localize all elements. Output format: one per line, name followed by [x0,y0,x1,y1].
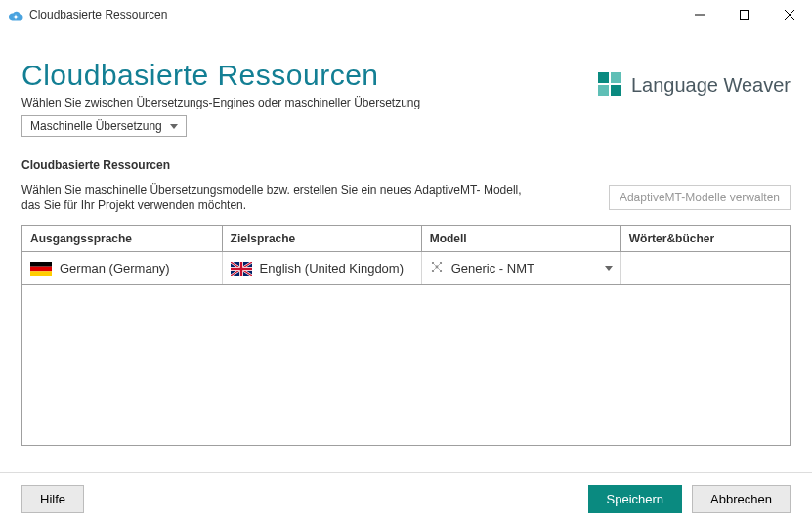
minimize-button[interactable] [677,0,722,29]
svg-rect-7 [30,267,52,272]
section-description: Wählen Sie maschinelle Übersetzungsmodel… [21,182,530,213]
brand: Language Weaver [596,70,791,101]
flag-uk-icon [231,262,252,276]
footer-actions: Speichern Abbrechen [588,485,791,513]
brand-logo-icon [596,70,623,101]
svg-rect-3 [611,72,621,83]
titlebar: Cloudbasierte Ressourcen [0,0,812,29]
window-controls [677,0,812,29]
target-lang-text: English (United Kingdom) [260,261,404,276]
resource-type-selector[interactable]: Maschinelle Übersetzung [21,115,187,137]
maximize-button[interactable] [722,0,767,29]
window-title: Cloudbasierte Ressourcen [29,8,167,22]
cell-model[interactable]: Generic - NMT [421,252,620,285]
header-left: Cloudbasierte Ressourcen Wählen Sie zwis… [21,41,420,137]
svg-rect-13 [231,268,252,270]
flag-germany-icon [30,262,52,276]
cancel-button[interactable]: Abbrechen [692,485,791,513]
footer: Hilfe Speichern Abbrechen [0,472,812,525]
cell-target: English (United Kingdom) [222,252,421,285]
svg-rect-8 [30,271,52,276]
header-dictionaries: Wörter&bücher [620,226,790,252]
chevron-down-icon [170,124,178,129]
source-lang-text: German (Germany) [60,261,170,276]
page-title: Cloudbasierte Ressourcen [21,59,420,92]
description-row: Wählen Sie maschinelle Übersetzungsmodel… [21,182,791,213]
svg-rect-5 [611,85,621,96]
cell-source: German (Germany) [22,252,222,285]
header-model: Modell [421,226,620,252]
header-target: Zielsprache [222,226,421,252]
svg-rect-6 [30,262,52,267]
model-text: Generic - NMT [451,261,534,276]
content: Cloudbasierte Ressourcen Wählen Sie zwis… [0,29,812,472]
models-table: Ausgangssprache Zielsprache Modell Wörte… [21,225,791,446]
model-nodes-icon [430,260,444,277]
help-button[interactable]: Hilfe [21,485,84,513]
manage-adaptivemt-button[interactable]: AdaptiveMT-Modelle verwalten [609,185,791,210]
svg-rect-4 [598,85,609,96]
svg-point-0 [15,15,17,17]
svg-rect-1 [741,10,749,19]
titlebar-left: Cloudbasierte Ressourcen [8,7,167,22]
svg-rect-2 [598,72,609,83]
header-source: Ausgangssprache [22,226,222,252]
page-subtitle: Wählen Sie zwischen Übersetzungs-Engines… [21,96,420,109]
header-row: Cloudbasierte Ressourcen Wählen Sie zwis… [21,41,791,137]
table-header-row: Ausgangssprache Zielsprache Modell Wörte… [22,226,790,252]
chevron-down-icon [605,266,613,271]
brand-name: Language Weaver [631,74,791,97]
selector-value: Maschinelle Übersetzung [30,119,162,133]
cloud-icon [8,7,23,22]
section-label: Cloudbasierte Ressourcen [21,158,791,172]
close-button[interactable] [767,0,812,29]
cell-dictionaries[interactable] [620,252,790,285]
save-button[interactable]: Speichern [588,485,683,513]
table-row[interactable]: German (Germany) [22,252,790,285]
